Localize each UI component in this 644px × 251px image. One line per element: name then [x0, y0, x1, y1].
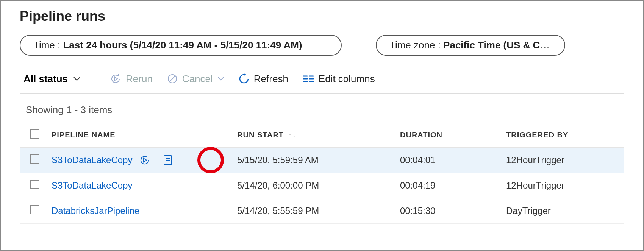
runs-table: Pipeline name Run start ↑↓ Duration Trig… — [20, 123, 624, 224]
rerun-icon — [110, 73, 121, 84]
time-filter-value: Last 24 hours (5/14/20 11:49 AM - 5/15/2… — [63, 39, 302, 51]
pipeline-link[interactable]: DatabricksJarPipeline — [52, 206, 139, 216]
rerun-label: Rerun — [126, 73, 153, 85]
run-start-cell: 5/14/20, 6:00:00 PM — [232, 173, 395, 198]
edit-columns-button[interactable]: Edit columns — [303, 73, 375, 85]
status-dropdown[interactable]: All status — [23, 71, 95, 86]
row-checkbox[interactable] — [30, 205, 39, 214]
duration-cell: 00:15:30 — [395, 198, 501, 224]
cancel-label: Cancel — [182, 73, 213, 85]
rerun-button: Rerun — [110, 73, 153, 85]
triggered-by-cell: 12HourTrigger — [501, 148, 624, 173]
row-checkbox[interactable] — [30, 154, 39, 164]
duration-cell: 00:04:01 — [395, 148, 501, 173]
chevron-down-icon — [217, 76, 224, 81]
columns-icon — [303, 75, 314, 83]
triggered-by-cell: DayTrigger — [501, 198, 624, 224]
select-all-checkbox[interactable] — [30, 129, 39, 139]
triggered-by-cell: 12HourTrigger — [501, 173, 624, 198]
filter-row: Time : Last 24 hours (5/14/20 11:49 AM -… — [20, 35, 624, 56]
run-start-cell: 5/14/20, 5:55:59 PM — [232, 198, 395, 224]
sort-icon: ↑↓ — [286, 131, 296, 139]
items-summary: Showing 1 - 3 items — [26, 104, 624, 116]
edit-columns-label: Edit columns — [319, 73, 375, 85]
timezone-filter-value: Pacific Time (US & Canada) (UT... — [443, 39, 565, 51]
duration-cell: 00:04:19 — [395, 173, 501, 198]
highlight-ring — [197, 147, 224, 173]
column-run-start[interactable]: Run start ↑↓ — [232, 123, 395, 148]
refresh-label: Refresh — [254, 73, 288, 85]
column-triggered-by[interactable]: Triggered by — [501, 123, 624, 148]
column-pipeline-name[interactable]: Pipeline name — [46, 123, 232, 148]
rerun-row-icon[interactable] — [139, 154, 150, 166]
status-label: All status — [23, 73, 68, 85]
toolbar: All status Rerun Cancel — [20, 64, 624, 94]
refresh-button[interactable]: Refresh — [239, 73, 288, 85]
column-run-start-label: Run start — [237, 131, 284, 139]
chevron-down-icon — [73, 76, 81, 81]
timezone-filter-label: Time zone : — [389, 39, 443, 51]
table-row[interactable]: S3ToDataLakeCopy5/15/20, 5:59:59 AM00:04… — [20, 148, 624, 173]
cancel-button: Cancel — [167, 73, 224, 85]
run-start-cell: 5/15/20, 5:59:59 AM — [232, 148, 395, 173]
pipeline-link[interactable]: S3ToDataLakeCopy — [52, 180, 132, 191]
time-filter-label: Time : — [33, 39, 63, 51]
column-duration[interactable]: Duration — [395, 123, 501, 148]
pipeline-link[interactable]: S3ToDataLakeCopy — [52, 155, 132, 165]
time-filter-pill[interactable]: Time : Last 24 hours (5/14/20 11:49 AM -… — [20, 35, 342, 56]
consumption-report-icon[interactable] — [163, 154, 173, 166]
table-row[interactable]: DatabricksJarPipeline5/14/20, 5:55:59 PM… — [20, 198, 624, 224]
cancel-icon — [167, 73, 178, 84]
timezone-filter-pill[interactable]: Time zone : Pacific Time (US & Canada) (… — [376, 35, 565, 56]
refresh-icon — [239, 73, 249, 84]
page-title: Pipeline runs — [20, 8, 624, 24]
row-checkbox[interactable] — [30, 180, 39, 189]
table-row[interactable]: S3ToDataLakeCopy5/14/20, 6:00:00 PM00:04… — [20, 173, 624, 198]
